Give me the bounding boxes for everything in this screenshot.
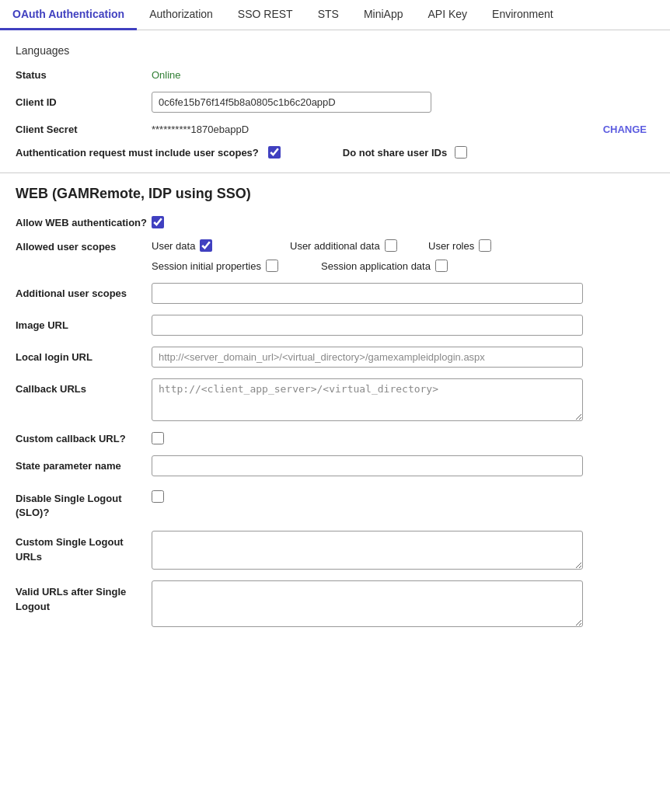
callback-urls-row: Callback URLs http://<client_app_server>… [16, 378, 654, 421]
nav-tabs: OAuth Authentication Authorization SSO R… [0, 0, 670, 30]
session-app-checkbox[interactable] [435, 260, 448, 272]
scope-session-initial: Session initial properties [152, 260, 307, 272]
disable-slo-row: Disable Single Logout (SLO)? [16, 487, 654, 520]
session-initial-checkbox[interactable] [266, 260, 278, 272]
state-param-row: State parameter name [16, 455, 654, 476]
user-roles-label: User roles [428, 240, 474, 252]
allow-web-checkbox[interactable] [152, 216, 164, 228]
local-login-url-label: Local login URL [16, 351, 152, 363]
valid-urls-row: Valid URLs after Single Logout [16, 580, 654, 627]
do-not-share-checkbox[interactable] [455, 146, 467, 159]
web-section: WEB (GAMRemote, IDP using SSO) Allow WEB… [0, 173, 670, 627]
languages-label: Languages [16, 44, 670, 57]
tab-authorization[interactable]: Authorization [137, 0, 225, 30]
client-secret-row: Client Secret **********1870ebappD CHANG… [16, 124, 654, 135]
client-id-row: Client ID [16, 92, 654, 113]
tab-miniapp[interactable]: MiniApp [351, 0, 416, 30]
user-additional-data-checkbox[interactable] [385, 239, 397, 252]
scopes-line-1: User data User additional data User role… [152, 239, 553, 252]
status-label: Status [16, 69, 152, 81]
user-data-checkbox[interactable] [200, 239, 212, 252]
callback-urls-label: Callback URLs [16, 378, 152, 395]
user-roles-checkbox[interactable] [479, 239, 491, 252]
custom-callback-checkbox[interactable] [152, 432, 164, 444]
auth-request-label: Authentication request must include user… [16, 147, 259, 159]
custom-callback-row: Custom callback URL? [16, 432, 654, 444]
state-param-label: State parameter name [16, 460, 152, 472]
callback-urls-input[interactable]: http://<client_app_server>/<virtual_dire… [152, 378, 583, 421]
client-secret-label: Client Secret [16, 124, 152, 135]
custom-callback-label: Custom callback URL? [16, 433, 152, 444]
allowed-scopes-label: Allowed user scopes [16, 239, 152, 253]
image-url-label: Image URL [16, 319, 152, 331]
scopes-line-2: Session initial properties Session appli… [152, 260, 553, 272]
client-secret-value: **********1870ebappD [152, 124, 603, 135]
user-additional-data-label: User additional data [290, 240, 380, 252]
disable-slo-label: Disable Single Logout (SLO)? [16, 487, 152, 520]
scopes-grid: User data User additional data User role… [152, 239, 553, 272]
disable-slo-checkbox[interactable] [152, 490, 164, 503]
tab-oauth[interactable]: OAuth Authentication [0, 0, 137, 30]
custom-slo-input[interactable] [152, 531, 583, 570]
state-param-input[interactable] [152, 455, 583, 476]
tab-sts[interactable]: STS [305, 0, 351, 30]
image-url-input[interactable] [152, 315, 583, 336]
allow-web-label: Allow WEB authentication? [16, 217, 152, 228]
web-title: WEB (GAMRemote, IDP using SSO) [16, 186, 654, 202]
session-app-label: Session application data [321, 260, 431, 272]
tab-environment[interactable]: Environment [480, 0, 566, 30]
auth-request-checkbox[interactable] [268, 146, 281, 159]
allowed-scopes-row: Allowed user scopes User data User addit… [16, 239, 654, 272]
do-not-share-label: Do not share user IDs [343, 147, 447, 159]
scope-user-data: User data [152, 239, 276, 252]
local-login-url-input[interactable] [152, 347, 583, 368]
valid-urls-label: Valid URLs after Single Logout [16, 580, 152, 613]
tab-sso-rest[interactable]: SSO REST [225, 0, 305, 30]
auth-request-row: Authentication request must include user… [16, 146, 654, 159]
change-button[interactable]: CHANGE [603, 124, 654, 135]
scope-session-app: Session application data [321, 260, 476, 272]
additional-scopes-row: Additional user scopes [16, 283, 654, 304]
custom-slo-row: Custom Single Logout URLs [16, 531, 654, 570]
allow-web-row: Allow WEB authentication? [16, 216, 654, 228]
status-row: Status Online [16, 69, 654, 81]
tab-api-key[interactable]: API Key [415, 0, 480, 30]
status-value: Online [152, 69, 181, 81]
user-data-label: User data [152, 240, 195, 252]
custom-slo-label: Custom Single Logout URLs [16, 531, 152, 563]
scope-user-roles: User roles [428, 239, 553, 252]
scope-user-additional-data: User additional data [290, 239, 414, 252]
image-url-row: Image URL [16, 315, 654, 336]
valid-urls-input[interactable] [152, 580, 583, 627]
local-login-url-row: Local login URL [16, 347, 654, 368]
client-id-input[interactable] [152, 92, 431, 113]
additional-scopes-input[interactable] [152, 283, 583, 304]
client-id-label: Client ID [16, 96, 152, 108]
additional-scopes-label: Additional user scopes [16, 288, 152, 299]
session-initial-label: Session initial properties [152, 260, 261, 272]
